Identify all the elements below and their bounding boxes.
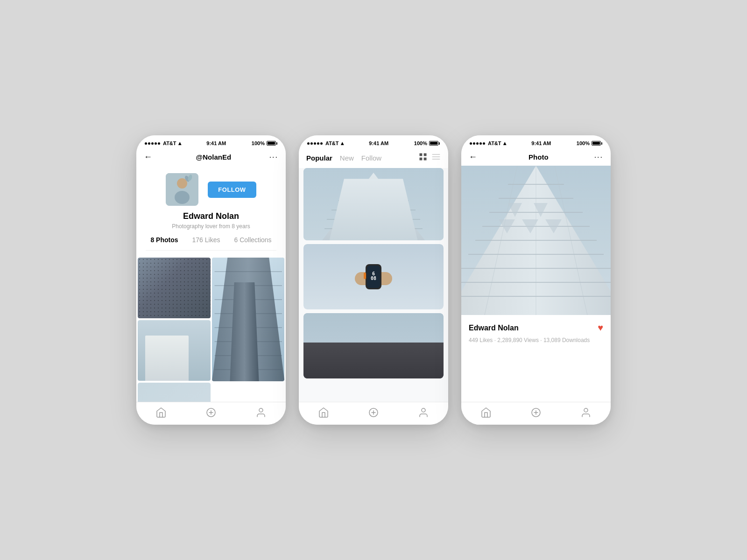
tab-new[interactable]: New	[340, 154, 354, 162]
profile-tab-3[interactable]	[580, 407, 592, 418]
signal-icon-3	[470, 142, 485, 145]
svg-rect-49	[364, 273, 366, 279]
tab-bar-2	[299, 402, 448, 425]
battery-icon-1	[267, 141, 277, 146]
battery-icon-2	[429, 141, 440, 146]
home-tab-2[interactable]	[318, 407, 329, 418]
detail-stats: 449 Likes · 2,289,890 Views · 13,089 Dow…	[469, 337, 603, 343]
user-icon-3	[580, 407, 592, 418]
home-tab-1[interactable]	[155, 407, 167, 418]
profile-username: @NolanEd	[196, 153, 231, 161]
feed-view-buttons	[418, 152, 441, 163]
battery-pct-3: 100%	[577, 140, 590, 146]
carrier-3: AT&T	[488, 140, 501, 146]
add-icon-3	[530, 407, 542, 418]
tab-bar-1	[136, 402, 286, 425]
back-button-3[interactable]: ←	[469, 152, 483, 162]
home-tab-3[interactable]	[480, 407, 492, 418]
tab-follow[interactable]: Follow	[361, 154, 381, 162]
add-tab-3[interactable]	[530, 407, 542, 418]
detail-photo[interactable]	[461, 166, 611, 315]
feed-building-1-svg	[303, 168, 444, 240]
grid-photo-4[interactable]	[138, 383, 211, 402]
home-icon-3	[480, 407, 492, 418]
svg-rect-37	[303, 168, 444, 240]
status-left-1: AT&T ▴	[145, 140, 181, 147]
avatar-svg	[166, 173, 198, 206]
signal-icon	[145, 142, 160, 145]
grid-photo-2[interactable]	[212, 258, 285, 381]
profile-tab-1[interactable]	[255, 407, 267, 418]
svg-rect-32	[420, 158, 423, 161]
phones-container: AT&T ▴ 9:41 AM 100% ← @NolanEd ···	[108, 107, 639, 453]
tall-building-svg	[212, 258, 285, 381]
svg-point-2	[175, 191, 190, 204]
heart-icon[interactable]: ♥	[598, 322, 603, 333]
add-tab-2[interactable]	[368, 407, 379, 418]
svg-point-29	[259, 408, 263, 412]
grid-view-icon	[418, 152, 428, 161]
collections-value: 6 Collections	[234, 236, 271, 244]
stat-collections[interactable]: 6 Collections	[234, 236, 271, 244]
likes-value: 176 Likes	[192, 236, 220, 244]
profile-tab-2[interactable]	[418, 407, 429, 418]
svg-text:08: 08	[371, 276, 376, 281]
detail-info: Edward Nolan ♥ 449 Likes · 2,289,890 Vie…	[461, 315, 611, 402]
status-right-1: 100%	[252, 140, 277, 146]
battery-icon-3	[592, 141, 602, 146]
tab-popular[interactable]: Popular	[306, 154, 332, 162]
grid-view-button[interactable]	[418, 152, 428, 163]
nav-bar-3: ← Photo ···	[461, 149, 611, 166]
wifi-icon-1: ▴	[178, 140, 181, 147]
back-button-1[interactable]: ←	[144, 152, 158, 162]
stat-likes[interactable]: 176 Likes	[192, 236, 220, 244]
avatar-image	[166, 173, 198, 206]
status-bar-2: AT&T ▴ 9:41 AM 100%	[299, 135, 448, 149]
phone-feed: AT&T ▴ 9:41 AM 100% Popular New Follow	[299, 135, 448, 425]
feed-photo-2[interactable]: 6 08	[303, 244, 444, 309]
photos-value: 8 Photos	[150, 236, 178, 244]
svg-rect-51	[303, 346, 444, 378]
avatar-row: FOLLOW	[166, 173, 256, 206]
detail-name-row: Edward Nolan ♥	[469, 322, 603, 333]
tab-bar-3	[461, 402, 611, 425]
photo-grid	[136, 256, 286, 402]
time-1: 9:41 AM	[206, 140, 226, 146]
time-3: 9:41 AM	[531, 140, 551, 146]
wifi-icon-3: ▴	[503, 140, 506, 147]
nav-bar-1: ← @NolanEd ···	[136, 149, 286, 166]
svg-rect-31	[424, 154, 427, 156]
more-button-1[interactable]: ···	[269, 153, 278, 161]
svg-rect-52	[364, 355, 378, 364]
avatar	[166, 173, 198, 206]
follow-button[interactable]: FOLLOW	[208, 182, 256, 198]
detail-photo-svg	[461, 166, 611, 315]
profile-header: FOLLOW Edward Nolan Photography lover fr…	[136, 166, 286, 256]
svg-point-79	[584, 408, 588, 412]
status-bar-1: AT&T ▴ 9:41 AM 100%	[136, 135, 286, 149]
list-view-icon	[431, 152, 441, 161]
flower-svg	[160, 399, 188, 402]
status-left-3: AT&T ▴	[470, 140, 506, 147]
grid-photo-1[interactable]	[138, 258, 211, 319]
carrier-1: AT&T	[163, 140, 176, 146]
svg-point-56	[422, 408, 425, 412]
detail-author: Edward Nolan	[469, 324, 519, 332]
phone-detail: AT&T ▴ 9:41 AM 100% ← Photo ···	[461, 135, 611, 425]
feed-photo-1[interactable]	[303, 168, 444, 240]
home-icon-2	[318, 407, 329, 418]
profile-bio: Photography lover from 8 years	[172, 223, 250, 230]
list-view-button[interactable]	[431, 152, 441, 163]
photo-title: Photo	[529, 153, 549, 161]
user-icon-1	[255, 407, 267, 418]
add-icon-2	[368, 407, 379, 418]
grid-photo-3[interactable]	[138, 320, 211, 381]
add-tab-1[interactable]	[205, 407, 217, 418]
add-icon-1	[205, 407, 217, 418]
feed-tabs: Popular New Follow	[306, 154, 381, 162]
status-right-2: 100%	[414, 140, 440, 146]
battery-pct-2: 100%	[414, 140, 427, 146]
feed-photo-3[interactable]	[303, 313, 444, 378]
more-button-3[interactable]: ···	[594, 153, 603, 161]
stat-photos[interactable]: 8 Photos	[150, 236, 178, 244]
